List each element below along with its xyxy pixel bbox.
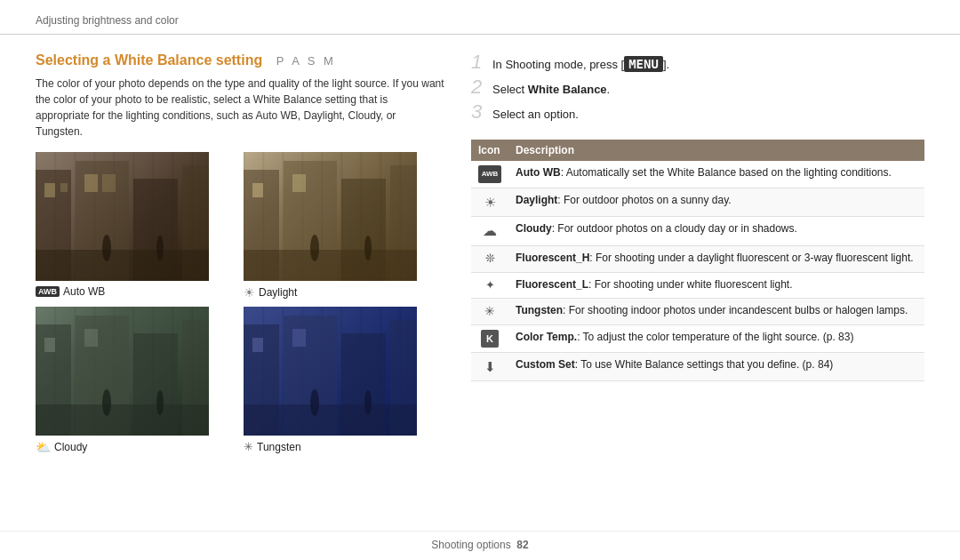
options-table: Icon Description AWB Auto WB: Automatica… [471,140,924,381]
colortemp-table-icon: K [481,330,499,348]
desc-cell-daylight: Daylight: For outdoor photos on a sunny … [508,188,924,217]
svg-point-36 [310,389,319,416]
desc-cell-colortemp: Color Temp.: To adjust the color tempera… [508,325,924,353]
svg-rect-5 [60,183,68,192]
step-3-num: 3 [471,102,485,122]
svg-rect-26 [36,404,209,436]
svg-point-37 [364,390,372,415]
photo-label-autowb: AWB Auto WB [36,285,236,298]
photo-label-daylight: ☀ Daylight [244,285,444,300]
section-header: Selecting a White Balance setting P A S … [36,52,444,68]
photo-cloudy [36,307,209,436]
section-pasm: P A S M [276,54,336,68]
icon-cell-autowb: AWB [471,161,508,188]
left-column: Selecting a White Balance setting P A S … [36,52,444,513]
photo-daylight [244,152,417,281]
table-row: K Color Temp.: To adjust the color tempe… [471,325,924,353]
svg-point-19 [364,236,372,260]
svg-rect-16 [292,174,306,192]
icon-cell-fluor-l: ✦ [471,272,508,298]
section-title: Selecting a White Balance setting [36,52,262,68]
svg-point-28 [156,390,164,415]
breadcrumb-text: Adjusting brightness and color [36,14,179,27]
desc-cell-fluor-l: Fluorescent_L: For shooting under white … [508,272,924,298]
step-1: 1 In Shooting mode, press [MENU]. [471,52,924,72]
autowb-table-icon: AWB [478,165,501,183]
photo-grid: AWB Auto WB [36,152,444,454]
svg-point-27 [102,389,111,416]
tungsten-icon: ✳ [244,440,253,453]
steps: 1 In Shooting mode, press [MENU]. 2 Sele… [471,52,924,127]
cloudy-icon: ⛅ [36,440,51,454]
autowb-label-text: Auto WB [63,285,105,298]
col-icon-header: Icon [471,140,508,161]
svg-rect-6 [84,174,98,192]
page-container: Adjusting brightness and color Selecting… [0,0,960,560]
photo-cell-cloudy: ⛅ Cloudy [36,307,236,454]
svg-rect-4 [44,183,55,197]
daylight-label-text: Daylight [259,286,297,299]
fluorescent-l-table-icon: ✦ [485,278,495,292]
tungsten-label-text: Tungsten [257,441,301,453]
step-3: 3 Select an option. [471,102,924,122]
autowb-icon: AWB [36,286,60,297]
desc-cell-autowb: Auto WB: Automatically set the White Bal… [508,161,924,188]
cloudy-table-icon: ☁ [483,223,497,238]
svg-rect-7 [102,174,116,192]
svg-rect-33 [252,338,263,352]
col-description-header: Description [508,140,924,161]
icon-cell-fluor-h: ❊ [471,246,508,272]
photo-autowb [36,152,209,281]
icon-cell-colortemp: K [471,325,508,353]
svg-rect-15 [252,183,263,197]
footer-text: Shooting options [431,539,510,551]
table-row: ✦ Fluorescent_L: For shooting under whit… [471,272,924,298]
svg-rect-34 [292,329,306,347]
breadcrumb: Adjusting brightness and color [0,0,960,35]
photo-cell-autowb: AWB Auto WB [36,152,236,300]
step-2-text: Select White Balance. [492,83,610,96]
footer-page: 82 [516,539,528,551]
table-row: AWB Auto WB: Automatically set the White… [471,161,924,188]
icon-cell-custom: ⬇ [471,353,508,381]
daylight-icon: ☀ [244,285,255,300]
table-row: ☁ Cloudy: For outdoor photos on a cloudy… [471,217,924,246]
fluorescent-h-table-icon: ❊ [485,252,495,265]
svg-point-9 [102,235,111,261]
svg-rect-25 [84,329,98,347]
svg-rect-8 [36,250,209,281]
custom-table-icon: ⬇ [484,359,496,374]
table-row: ❊ Fluorescent_H: For shooting under a da… [471,246,924,272]
svg-rect-35 [244,404,417,436]
content-area: Selecting a White Balance setting P A S … [0,35,960,531]
icon-cell-tungsten-table: ✳ [471,298,508,325]
desc-cell-cloudy: Cloudy: For outdoor photos on a cloudy d… [508,217,924,246]
right-column: 1 In Shooting mode, press [MENU]. 2 Sele… [471,52,924,513]
footer: Shooting options 82 [0,531,960,560]
svg-point-18 [310,235,319,261]
svg-rect-24 [44,338,55,352]
photo-tungsten [244,307,417,436]
table-row: ⬇ Custom Set: To use White Balance setti… [471,353,924,381]
photo-cell-tungsten: ✳ Tungsten [244,307,444,454]
photo-label-tungsten: ✳ Tungsten [244,440,444,453]
photo-cell-daylight: ☀ Daylight [244,152,444,300]
menu-key: MENU [624,56,663,72]
section-description: The color of your photo depends on the t… [36,76,444,140]
table-row: ☀ Daylight: For outdoor photos on a sunn… [471,188,924,217]
step-2: 2 Select White Balance. [471,77,924,97]
desc-cell-custom: Custom Set: To use White Balance setting… [508,353,924,381]
table-header-row: Icon Description [471,140,924,161]
daylight-table-icon: ☀ [484,195,496,210]
step-3-text: Select an option. [492,108,579,121]
step-2-num: 2 [471,77,485,97]
step-1-num: 1 [471,52,485,72]
icon-cell-cloudy: ☁ [471,217,508,246]
svg-rect-17 [244,250,417,281]
table-row: ✳ Tungsten: For shooting indoor photos u… [471,298,924,325]
svg-point-10 [156,236,164,260]
photo-label-cloudy: ⛅ Cloudy [36,440,236,454]
step-1-text: In Shooting mode, press [MENU]. [492,57,669,71]
tungsten-table-icon: ✳ [484,304,495,318]
icon-cell-daylight: ☀ [471,188,508,217]
